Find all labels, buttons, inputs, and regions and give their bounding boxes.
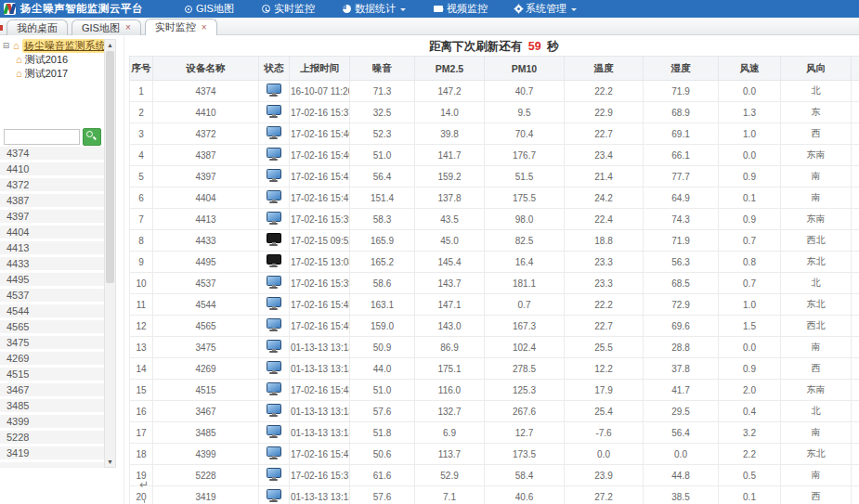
- device-list-item[interactable]: 5228: [0, 431, 104, 444]
- device-list-item[interactable]: 4374: [0, 147, 104, 160]
- table-row[interactable]: 17348501-13-13 13:13:1351.86.912.7-7.656…: [130, 422, 859, 444]
- table-row[interactable]: 2441017-02-16 15:37:3832.514.09.522.968.…: [130, 102, 859, 123]
- tab-gis-map[interactable]: GIS地图×: [72, 19, 141, 35]
- cell-status: [259, 145, 290, 166]
- table-row[interactable]: 19522817-02-16 15:37:0061.652.958.423.94…: [130, 465, 859, 486]
- nav-item-gis-map[interactable]: GIS地图: [171, 0, 248, 18]
- search-icon: [86, 131, 93, 137]
- device-list-item[interactable]: 4404: [0, 226, 104, 239]
- cell-no: 5: [130, 166, 153, 187]
- device-list-item[interactable]: 4537: [0, 289, 104, 302]
- cell-time: 17-02-16 15:39:34: [290, 273, 350, 294]
- device-list-item[interactable]: 3467: [0, 383, 104, 396]
- cell-dir: 东: [781, 102, 852, 123]
- tab-desktop[interactable]: 我的桌面: [7, 19, 68, 35]
- table-row[interactable]: 10453717-02-16 15:39:3458.6143.7181.123.…: [130, 273, 859, 294]
- table-row[interactable]: 4438717-02-16 15:40:1151.0141.7176.723.4…: [130, 145, 859, 166]
- cell-status: [259, 444, 290, 465]
- device-list-item[interactable]: 4413: [0, 241, 104, 254]
- cell-extra: [852, 380, 859, 401]
- nav-item-realtime[interactable]: 实时监控: [248, 0, 329, 18]
- cell-wind: 3.2: [719, 422, 781, 444]
- cell-status: [259, 316, 290, 337]
- scroll-down-arrow[interactable]: ▼: [105, 457, 115, 467]
- nav-item-video[interactable]: 视频监控: [420, 0, 501, 18]
- cell-dir: 西北: [781, 316, 852, 337]
- cell-wind: 0.0: [719, 337, 781, 358]
- collapse-icon[interactable]: ⊟: [2, 42, 10, 50]
- table-row[interactable]: 8443317-02-15 09:52:37165.945.082.518.87…: [130, 230, 859, 252]
- cell-wind: 0.4: [719, 401, 781, 422]
- table-row[interactable]: 20341901-13-13 13:13:1357.67.140.627.238…: [130, 486, 859, 504]
- nav-item-statistics[interactable]: 数据统计: [329, 0, 420, 18]
- nav-item-system[interactable]: 系统管理: [501, 0, 591, 18]
- cell-extra: [852, 81, 859, 102]
- device-list-item[interactable]: 4495: [0, 273, 104, 286]
- cell-device-name: 3475: [153, 337, 259, 358]
- table-row[interactable]: 12456517-02-16 15:45:24159.0143.0167.322…: [130, 316, 859, 337]
- cell-status: [259, 102, 290, 123]
- cell-hum: 68.9: [644, 102, 719, 123]
- cell-dir: 东南: [781, 380, 852, 401]
- cell-extra: [852, 187, 859, 209]
- device-list-item[interactable]: 3485: [0, 399, 104, 412]
- cell-noise: 51.0: [350, 380, 415, 401]
- table-row[interactable]: 1437416-10-07 11:26:0271.3147.240.722.27…: [130, 81, 859, 102]
- search-input[interactable]: [4, 129, 80, 145]
- table-row[interactable]: 16346701-13-13 13:13:1357.6132.7267.625.…: [130, 401, 859, 422]
- device-list-item[interactable]: 4544: [0, 304, 104, 317]
- table-row[interactable]: 5439717-02-16 15:41:0156.4159.251.521.47…: [130, 166, 859, 187]
- search-button[interactable]: [83, 128, 101, 146]
- scroll-up-arrow[interactable]: ▲: [105, 40, 115, 50]
- cell-noise: 56.4: [350, 166, 415, 187]
- cell-noise: 32.5: [350, 102, 415, 123]
- cell-no: 16: [130, 401, 153, 422]
- cell-extra: [852, 273, 859, 294]
- cell-device-name: 4433: [153, 230, 259, 252]
- table-row[interactable]: 18439917-02-16 15:47:4550.6113.7173.50.0…: [130, 444, 859, 465]
- cell-pm10: 175.5: [485, 187, 565, 209]
- close-icon[interactable]: ×: [125, 23, 131, 32]
- tab-realtime[interactable]: 实时监控×: [145, 19, 217, 35]
- device-list-item[interactable]: 4372: [0, 178, 104, 191]
- device-list-item[interactable]: 3475: [0, 336, 104, 349]
- cell-noise: 50.6: [350, 444, 415, 465]
- cell-device-name: 4413: [153, 209, 259, 230]
- device-list-item[interactable]: 4399: [0, 415, 104, 428]
- cell-time: 17-02-15 13:08:14: [290, 252, 350, 273]
- table-header-cell: 上报时间: [290, 57, 350, 81]
- cell-no: 9: [130, 252, 153, 273]
- cell-dir: 西: [781, 486, 852, 504]
- cell-status: [259, 187, 290, 209]
- device-list-item[interactable]: 4565: [0, 320, 104, 333]
- device-list-item[interactable]: 4387: [0, 194, 104, 207]
- main-content: 距离下次刷新还有 59 秒 序号设备名称状态上报时间噪音PM2.5PM10温度湿…: [129, 35, 859, 504]
- device-list-item[interactable]: 4397: [0, 210, 104, 223]
- table-row[interactable]: 3437217-02-16 15:40:0052.339.870.422.769…: [130, 123, 859, 145]
- scroll-thumb[interactable]: [106, 51, 114, 283]
- table-row[interactable]: 11454417-02-16 15:45:59163.1147.10.722.2…: [130, 294, 859, 316]
- cell-time: 17-02-16 15:47:45: [290, 444, 350, 465]
- top-navbar: 扬尘噪声智能监测云平台 GIS地图实时监控数据统计视频监控系统管理: [0, 0, 859, 18]
- cell-pm10: 0.7: [485, 294, 565, 316]
- cell-no: 18: [130, 444, 153, 465]
- table-row[interactable]: 15451517-02-16 15:43:1051.0116.0125.317.…: [130, 380, 859, 401]
- table-row[interactable]: 9449517-02-15 13:08:14165.2145.416.423.3…: [130, 252, 859, 273]
- close-icon[interactable]: ×: [202, 23, 207, 32]
- cell-status: [259, 486, 290, 504]
- table-row[interactable]: 14426901-13-13 13:13:1344.0175.1278.512.…: [130, 358, 859, 380]
- device-list-item[interactable]: 4515: [0, 368, 104, 381]
- device-list-item[interactable]: 3419: [0, 446, 104, 459]
- device-list-item-partial[interactable]: [0, 462, 104, 468]
- table-row[interactable]: 7441317-02-16 15:39:2858.343.598.022.474…: [130, 209, 859, 230]
- table-row[interactable]: 13347501-13-13 13:13:1350.986.9102.425.5…: [130, 337, 859, 358]
- table-header-cell: 湿度: [644, 57, 719, 81]
- cell-pm25: 39.8: [415, 123, 485, 145]
- cell-no: 2: [130, 102, 153, 123]
- device-list-item[interactable]: 4269: [0, 352, 104, 365]
- table-row[interactable]: 6440417-02-16 15:47:54151.4137.8175.524.…: [130, 187, 859, 209]
- device-list-item[interactable]: 4410: [0, 162, 104, 175]
- cell-time: 17-02-16 15:43:10: [290, 380, 350, 401]
- sidebar-divider: [124, 36, 124, 504]
- device-list-item[interactable]: 4433: [0, 257, 104, 270]
